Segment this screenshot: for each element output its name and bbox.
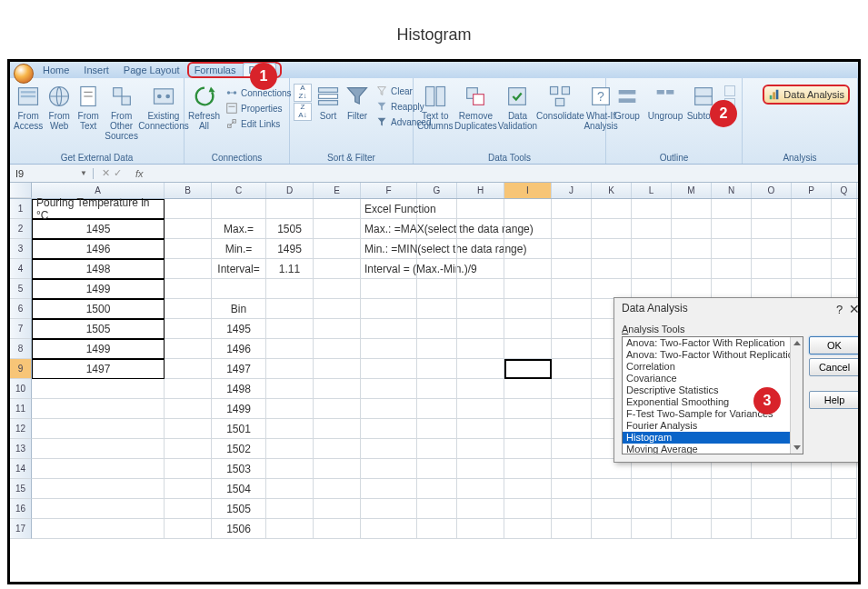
cell-C9[interactable]: 1497: [212, 359, 266, 379]
cell-L5[interactable]: [632, 279, 672, 299]
cell-A6[interactable]: 1500: [32, 299, 165, 319]
cell-H6[interactable]: [457, 299, 504, 319]
cell-M15[interactable]: [672, 479, 712, 499]
cell-P3[interactable]: [792, 239, 832, 259]
cell-F4[interactable]: Interval = (Max.-Min.)/9: [361, 259, 417, 279]
cell-K17[interactable]: [592, 519, 632, 539]
sort-button[interactable]: Sort: [315, 82, 341, 123]
cell-Q3[interactable]: [832, 239, 857, 259]
cell-K16[interactable]: [592, 499, 632, 519]
cell-H11[interactable]: [457, 399, 504, 419]
cell-L3[interactable]: [632, 239, 672, 259]
cell-I17[interactable]: [504, 519, 552, 539]
cell-M3[interactable]: [672, 239, 712, 259]
row-1[interactable]: 1: [10, 199, 32, 219]
cell-J7[interactable]: [552, 319, 592, 339]
cell-H7[interactable]: [457, 319, 504, 339]
cell-O1[interactable]: [752, 199, 792, 219]
cell-B13[interactable]: [165, 439, 212, 459]
cell-F17[interactable]: [361, 519, 417, 539]
cell-B11[interactable]: [165, 399, 212, 419]
col-N[interactable]: N: [712, 183, 752, 198]
cell-H16[interactable]: [457, 499, 504, 519]
from-other-sources-button[interactable]: From Other Sources: [105, 82, 138, 143]
cell-A8[interactable]: 1499: [32, 339, 165, 359]
cell-K3[interactable]: [592, 239, 632, 259]
cell-G6[interactable]: [417, 299, 457, 319]
cell-G2[interactable]: [417, 219, 457, 239]
cell-F5[interactable]: [361, 279, 417, 299]
cell-P15[interactable]: [792, 479, 832, 499]
cell-J2[interactable]: [552, 219, 592, 239]
cell-C10[interactable]: 1498: [212, 379, 266, 399]
cell-D6[interactable]: [266, 299, 314, 319]
cell-E5[interactable]: [314, 279, 361, 299]
cell-G17[interactable]: [417, 519, 457, 539]
cell-J11[interactable]: [552, 399, 592, 419]
cell-I2[interactable]: [504, 219, 552, 239]
cell-C17[interactable]: 1506: [212, 519, 266, 539]
data-validation-button[interactable]: Data Validation: [498, 82, 536, 133]
remove-duplicates-button[interactable]: Remove Duplicates: [456, 82, 494, 133]
cell-A4[interactable]: 1498: [32, 259, 165, 279]
cell-B8[interactable]: [165, 339, 212, 359]
cell-N1[interactable]: [712, 199, 752, 219]
cell-K2[interactable]: [592, 219, 632, 239]
cell-A10[interactable]: [32, 379, 165, 399]
cell-H15[interactable]: [457, 479, 504, 499]
cell-Q17[interactable]: [832, 519, 857, 539]
cell-F2[interactable]: Max.: =MAX(select the data range): [361, 219, 417, 239]
row-7[interactable]: 7: [10, 319, 32, 339]
col-O[interactable]: O: [752, 183, 792, 198]
cell-N15[interactable]: [712, 479, 752, 499]
cell-Q16[interactable]: [832, 499, 857, 519]
cell-C4[interactable]: Interval=: [212, 259, 266, 279]
cell-A9[interactable]: 1497: [32, 359, 165, 379]
cell-P1[interactable]: [792, 199, 832, 219]
sort-az-button[interactable]: AZ↓: [294, 84, 312, 102]
col-H[interactable]: H: [457, 183, 504, 198]
cell-L16[interactable]: [632, 499, 672, 519]
tab-page-layout[interactable]: Page Layout: [116, 63, 187, 77]
col-G[interactable]: G: [417, 183, 457, 198]
cell-F13[interactable]: [361, 439, 417, 459]
cell-P17[interactable]: [792, 519, 832, 539]
cell-C1[interactable]: [212, 199, 266, 219]
row-6[interactable]: 6: [10, 299, 32, 319]
cell-H14[interactable]: [457, 459, 504, 479]
existing-connections-button[interactable]: Existing Connections: [142, 82, 185, 133]
cell-D12[interactable]: [266, 419, 314, 439]
cell-A7[interactable]: 1505: [32, 319, 165, 339]
cell-A14[interactable]: [32, 459, 165, 479]
cell-A15[interactable]: [32, 479, 165, 499]
cell-D13[interactable]: [266, 439, 314, 459]
cell-D7[interactable]: [266, 319, 314, 339]
cell-E13[interactable]: [314, 439, 361, 459]
cell-A11[interactable]: [32, 399, 165, 419]
cell-D14[interactable]: [266, 459, 314, 479]
cell-F6[interactable]: [361, 299, 417, 319]
row-3[interactable]: 3: [10, 239, 32, 259]
tab-home[interactable]: Home: [35, 63, 76, 77]
cell-B10[interactable]: [165, 379, 212, 399]
row-14[interactable]: 14: [10, 459, 32, 479]
cell-I7[interactable]: [504, 319, 552, 339]
cell-F1[interactable]: Excel Function: [361, 199, 417, 219]
cell-Q2[interactable]: [832, 219, 857, 239]
cell-C13[interactable]: 1502: [212, 439, 266, 459]
cell-F7[interactable]: [361, 319, 417, 339]
select-all-cell[interactable]: [10, 183, 32, 198]
cell-D16[interactable]: [266, 499, 314, 519]
cell-C15[interactable]: 1504: [212, 479, 266, 499]
cell-I4[interactable]: [504, 259, 552, 279]
col-C[interactable]: C: [212, 183, 266, 198]
list-item[interactable]: Moving Average: [623, 444, 803, 454]
from-access-button[interactable]: From Access: [14, 82, 43, 133]
cell-F10[interactable]: [361, 379, 417, 399]
cell-J17[interactable]: [552, 519, 592, 539]
cell-G12[interactable]: [417, 419, 457, 439]
cell-G8[interactable]: [417, 339, 457, 359]
cell-E12[interactable]: [314, 419, 361, 439]
cell-D2[interactable]: 1505: [266, 219, 314, 239]
cell-P2[interactable]: [792, 219, 832, 239]
